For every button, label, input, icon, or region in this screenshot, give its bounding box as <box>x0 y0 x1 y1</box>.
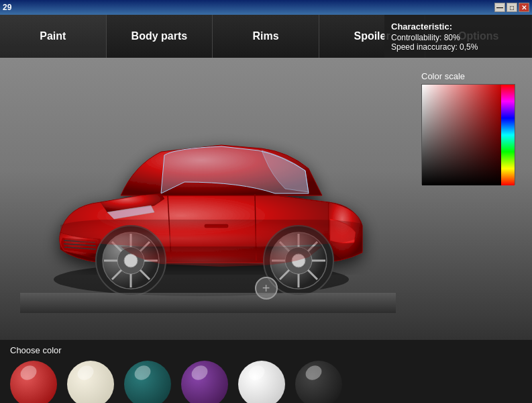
color-ball-color4 <box>181 361 228 403</box>
svg-rect-29 <box>20 293 396 313</box>
color-scale-box[interactable] <box>421 84 515 185</box>
close-button[interactable]: ✕ <box>519 3 529 12</box>
navbar: PaintBody partsRimsSpoilerOptions Charac… <box>0 15 532 58</box>
nav-item-body-parts[interactable]: Body parts <box>107 15 213 58</box>
car-display <box>20 71 396 320</box>
swatch-color3[interactable]: Color3 <box>124 361 171 403</box>
color-ball-color3 <box>124 361 171 403</box>
main-view: Color scale + <box>0 58 532 340</box>
swatch-color4[interactable]: Color4 <box>181 361 228 403</box>
maximize-button[interactable]: □ <box>507 3 517 12</box>
nav-item-rims[interactable]: Rims <box>213 15 319 58</box>
color-swatches: Color1Color2Color3Color4Color5Color6 <box>10 361 522 403</box>
choose-color-label: Choose color <box>10 345 522 355</box>
add-button[interactable]: + <box>255 277 278 300</box>
nav-item-paint[interactable]: Paint <box>0 15 107 58</box>
color-scale-label: Color scale <box>421 71 522 81</box>
char-title: Characteristic: <box>391 21 525 32</box>
char-speed: Speed inaccuracy: 0,5% <box>391 42 525 52</box>
swatch-color6[interactable]: Color6 <box>295 361 342 403</box>
titlebar: 29 — □ ✕ <box>0 0 532 15</box>
color-scale-panel: Color scale <box>421 71 522 185</box>
color-gradient-dark <box>422 85 502 185</box>
characteristics-panel: Characteristic: Controllability: 80% Spe… <box>384 15 532 58</box>
swatch-color1[interactable]: Color1 <box>10 361 57 403</box>
color-ball-color2 <box>67 361 114 403</box>
bottom-panel: Choose color Color1Color2Color3Color4Col… <box>0 340 532 403</box>
char-controllability: Controllability: 80% <box>391 33 525 42</box>
minimize-button[interactable]: — <box>494 3 505 12</box>
swatch-color2[interactable]: Color2 <box>67 361 114 403</box>
color-ball-color6 <box>295 361 342 403</box>
color-gradient-hue[interactable] <box>501 85 515 185</box>
color-ball-color5 <box>238 361 285 403</box>
swatch-color5[interactable]: Color5 <box>238 361 285 403</box>
window-controls: — □ ✕ <box>494 3 529 12</box>
color-ball-color1 <box>10 361 57 403</box>
window-title: 29 <box>3 3 11 12</box>
